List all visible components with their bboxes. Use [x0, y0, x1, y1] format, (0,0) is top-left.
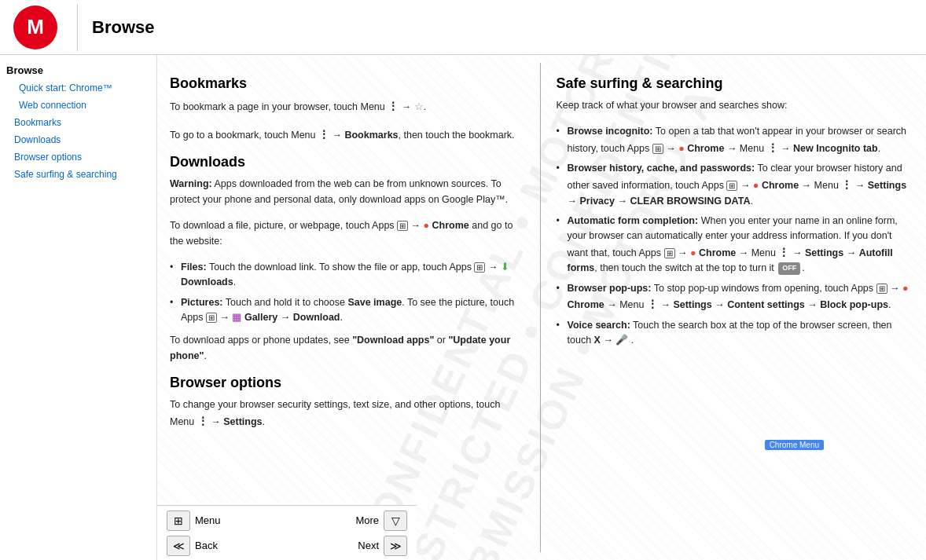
- downloads-bullet-pictures: Pictures: Touch and hold it to choose Sa…: [170, 295, 524, 326]
- col-left: Bookmarks To bookmark a page in your bro…: [157, 63, 541, 552]
- sidebar-item-quick-start[interactable]: Quick start: Chrome™: [6, 79, 156, 97]
- toolbar: ⊞ Menu More ▽ ≪ Back: [157, 505, 417, 560]
- sidebar: Browse Quick start: Chrome™ Web connecti…: [0, 55, 157, 560]
- bookmarks-section: Bookmarks To bookmark a page in your bro…: [170, 75, 524, 143]
- sidebar-item-bookmarks[interactable]: Bookmarks: [6, 114, 156, 131]
- page-title: Browse: [84, 17, 154, 38]
- chrome-menu-badge: Chrome Menu: [765, 440, 824, 450]
- browser-options-para: To change your browser security settings…: [170, 397, 524, 430]
- back-icon: ≪: [167, 536, 190, 556]
- sidebar-item-browser-options[interactable]: Browser options: [6, 148, 156, 166]
- sidebar-item-safe-surfing[interactable]: Safe surfing & searching: [6, 166, 156, 183]
- sidebar-item-downloads[interactable]: Downloads: [6, 131, 156, 148]
- safe-surfing-bullet-voice: Voice search: Touch the search box at th…: [557, 318, 911, 349]
- downloads-warning: Warning: Apps downloaded from the web ca…: [170, 177, 524, 207]
- bookmarks-para-2: To go to a bookmark, touch Menu ⋮ → Book…: [170, 126, 524, 144]
- bookmarks-title: Bookmarks: [170, 75, 524, 92]
- browser-options-section: Browser options To change your browser s…: [170, 375, 524, 430]
- downloads-title: Downloads: [170, 154, 524, 170]
- next-button[interactable]: Next ≫: [358, 536, 407, 556]
- toolbar-bottom-row: ≪ Back Next ≫: [167, 536, 407, 556]
- downloads-footer: To download apps or phone updates, see "…: [170, 333, 524, 364]
- motorola-logo: M: [13, 5, 57, 49]
- sidebar-item-web-connection[interactable]: Web connection: [6, 97, 156, 114]
- more-button[interactable]: More ▽: [355, 511, 407, 531]
- safe-surfing-section: Safe surfing & searching Keep track of w…: [557, 75, 911, 349]
- downloads-para: To download a file, picture, or webpage,…: [170, 218, 524, 249]
- more-icon: ▽: [384, 511, 407, 531]
- back-button[interactable]: ≪ Back: [167, 536, 218, 556]
- main-layout: Browse Quick start: Chrome™ Web connecti…: [0, 55, 926, 560]
- menu-icon: ⊞: [167, 511, 190, 531]
- safe-surfing-bullet-incognito: Browse incognito: To open a tab that won…: [557, 124, 911, 156]
- bookmarks-para-1: To bookmark a page in your browser, touc…: [170, 98, 524, 115]
- downloads-bullet-files: Files: Touch the download link. To show …: [170, 260, 524, 291]
- safe-surfing-bullets: Browse incognito: To open a tab that won…: [557, 124, 911, 348]
- logo-area: M: [0, 5, 71, 49]
- downloads-bullets: Files: Touch the download link. To show …: [170, 260, 524, 326]
- safe-surfing-bullet-history: Browser history, cache, and passwords: T…: [557, 161, 911, 208]
- header-divider: [77, 4, 78, 51]
- safe-surfing-intro: Keep track of what your browser and sear…: [557, 98, 911, 113]
- safe-surfing-bullet-popups: Browser pop-ups: To stop pop-up windows …: [557, 281, 911, 313]
- chrome-menu-area: Chrome Menu: [762, 438, 824, 450]
- col-right: Safe surfing & searching Keep track of w…: [541, 63, 927, 552]
- safe-surfing-title: Safe surfing & searching: [557, 75, 911, 92]
- content-area: CONFIDENTIAL • MOTOROLA RESTRICTED • CON…: [157, 55, 926, 560]
- next-icon: ≫: [384, 536, 407, 556]
- sidebar-title: Browse: [6, 64, 156, 76]
- content-columns: Bookmarks To bookmark a page in your bro…: [157, 55, 926, 560]
- menu-button[interactable]: ⊞ Menu: [167, 511, 221, 531]
- toolbar-top-row: ⊞ Menu More ▽: [167, 511, 407, 531]
- safe-surfing-bullet-autofill: Automatic form completion: When you ente…: [557, 214, 911, 276]
- downloads-section: Downloads Warning: Apps downloaded from …: [170, 154, 524, 364]
- header: M Browse: [0, 0, 926, 55]
- browser-options-title: Browser options: [170, 375, 524, 391]
